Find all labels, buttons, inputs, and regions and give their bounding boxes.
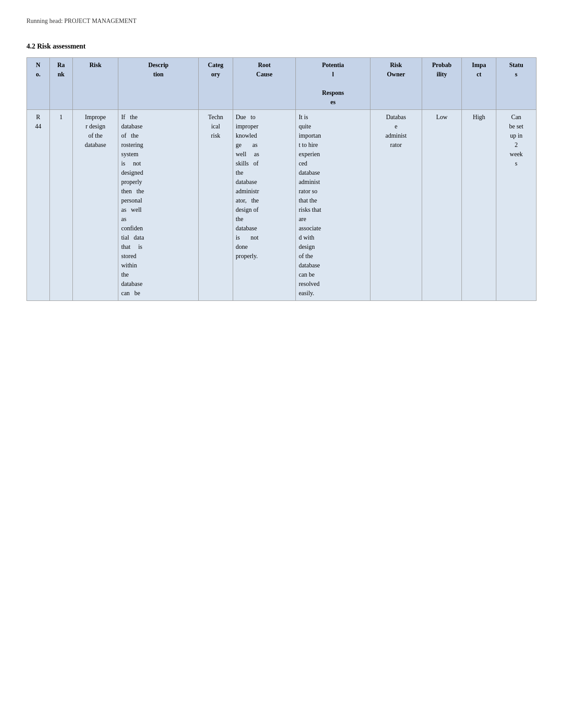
- cell-desc: If thedatabaseof therosteringsystemis no…: [118, 110, 199, 301]
- cell-pot: It isquiteimportant to hireexperiencedda…: [296, 110, 370, 301]
- cell-no: R44: [27, 110, 50, 301]
- header-prob: Probability: [422, 58, 462, 110]
- table-row: R44 1 Improper designof thedatabase If t…: [27, 110, 537, 301]
- running-head: Running head: PROJECT MANAGEMENT: [26, 18, 537, 25]
- cell-stat: Canbe setup in2weeks: [496, 110, 537, 301]
- section-title: 4.2 Risk assessment: [26, 42, 537, 50]
- header-owner: RiskOwner: [370, 58, 422, 110]
- header-cat: Category: [198, 58, 233, 110]
- cell-cat: Technicalrisk: [198, 110, 233, 301]
- header-risk: Risk: [72, 58, 118, 110]
- header-pot: PotentialResponses: [296, 58, 370, 110]
- header-desc: Description: [118, 58, 199, 110]
- cell-risk: Improper designof thedatabase: [72, 110, 118, 301]
- header-stat: Status: [496, 58, 537, 110]
- cell-root: Due toimproperknowledge aswell asskills …: [233, 110, 296, 301]
- risk-assessment-table: No. Rank Risk Description Category RootC…: [26, 57, 537, 301]
- cell-imp: High: [462, 110, 496, 301]
- header-no: No.: [27, 58, 50, 110]
- cell-owner: Databaseadministrator: [370, 110, 422, 301]
- header-root: RootCause: [233, 58, 296, 110]
- header-imp: Impact: [462, 58, 496, 110]
- header-rank: Rank: [49, 58, 72, 110]
- cell-rank: 1: [49, 110, 72, 301]
- cell-prob: Low: [422, 110, 462, 301]
- table-header-row: No. Rank Risk Description Category RootC…: [27, 58, 537, 110]
